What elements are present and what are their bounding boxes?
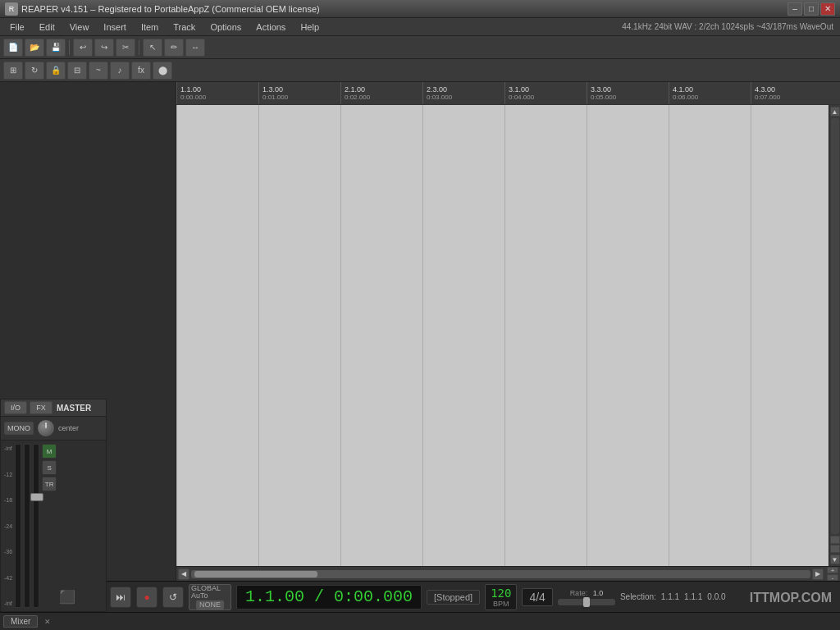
stretch-tool-btn[interactable]: ↔	[185, 39, 205, 57]
grid-line	[258, 105, 259, 566]
meter-labels: -inf -12 -18 -24 -36 -42 -inf	[4, 444, 12, 608]
hscroll-right-btn[interactable]: ▶	[812, 568, 824, 580]
title-bar: R REAPER v4.151 – Registered to Portable…	[0, 0, 840, 18]
scroll-zoom-in[interactable]: +	[827, 567, 838, 573]
vscroll-extra	[830, 536, 840, 553]
meter-label-inf-top: -inf	[4, 445, 12, 451]
close-button[interactable]: ✕	[820, 2, 835, 16]
master-title: MASTER	[57, 404, 91, 413]
lock-btn[interactable]: 🔒	[46, 62, 66, 80]
eq-icon[interactable]: ⬛	[59, 589, 75, 605]
selection-section: Selection: 1.1.1 1.1.1 0.0.0	[620, 592, 726, 601]
vscroll-down-btn[interactable]: ▼	[830, 555, 840, 564]
menu-item-options[interactable]: Options	[203, 21, 248, 34]
master-header: I/O FX MASTER	[1, 399, 106, 417]
menu-item-help[interactable]: Help	[294, 21, 326, 34]
meter-label-12: -12	[4, 472, 12, 477]
redo-btn[interactable]: ↪	[94, 39, 114, 57]
pencil-tool-btn[interactable]: ✏	[164, 39, 184, 57]
timeline-mark: 2.1.000:02.000	[340, 82, 422, 104]
fx-button[interactable]: FX	[30, 401, 52, 414]
meter-left-bar	[15, 444, 21, 608]
record-button[interactable]: ●	[136, 587, 158, 608]
rate-slider-thumb[interactable]	[583, 597, 590, 607]
loop-btn[interactable]: ↻	[25, 62, 44, 80]
record-arm-btn[interactable]: ⬤	[153, 62, 172, 80]
hscroll-left-btn[interactable]: ◀	[178, 568, 189, 580]
io-button[interactable]: I/O	[4, 401, 27, 414]
new-project-btn[interactable]: 📄	[3, 39, 23, 57]
hscroll-bar: ◀ ▶ + -	[176, 566, 840, 581]
mono-button[interactable]: MONO	[4, 422, 34, 435]
title-bar-left: R REAPER v4.151 – Registered to Portable…	[5, 2, 320, 16]
snap-btn[interactable]: ⊞	[3, 62, 23, 80]
note-btn[interactable]: ♪	[110, 62, 130, 80]
timeline-mark: 4.1.000:06.000	[669, 82, 751, 104]
menu-item-insert[interactable]: Insert	[97, 21, 133, 34]
menu-item-view[interactable]: View	[63, 21, 96, 34]
menu-item-item[interactable]: Item	[135, 21, 165, 34]
pan-knob[interactable]	[37, 419, 55, 437]
skip-end-button[interactable]: ⏭	[110, 587, 131, 608]
rate-label: Rate: 1.0	[570, 589, 604, 597]
vscroll-extra1[interactable]	[830, 536, 840, 544]
open-project-btn[interactable]: 📂	[25, 39, 44, 57]
menu-bar: FileEditViewInsertItemTrackOptionsAction…	[0, 18, 840, 36]
rate-slider[interactable]	[558, 599, 615, 605]
track-content[interactable]	[176, 105, 829, 566]
sep2	[139, 40, 139, 55]
menu-items: FileEditViewInsertItemTrackOptionsAction…	[3, 21, 326, 34]
vscrollbar: ▲ ▼	[829, 105, 840, 566]
sep1	[69, 40, 70, 55]
rate-label-text: Rate:	[570, 589, 588, 597]
timeline-mark: 4.3.000:07.000	[751, 82, 833, 104]
menu-item-file[interactable]: File	[3, 21, 31, 34]
save-project-btn[interactable]: 💾	[46, 39, 66, 57]
meter-label-36: -36	[4, 549, 12, 555]
status-right: 44.1kHz 24bit WAV : 2/2ch 1024spls ~43/1…	[622, 22, 837, 31]
menu-item-track[interactable]: Track	[167, 21, 202, 34]
m-channel-btn[interactable]: M	[42, 444, 57, 459]
loop-toggle-button[interactable]: ↺	[162, 587, 184, 608]
master-fader[interactable]	[33, 444, 39, 608]
meter-label-24: -24	[4, 523, 12, 529]
menu-item-edit[interactable]: Edit	[33, 21, 62, 34]
app-icon: R	[5, 2, 18, 16]
selection-label: Selection:	[620, 592, 656, 601]
vscroll-track[interactable]	[831, 118, 839, 534]
cursor-tool-btn[interactable]: ↖	[143, 39, 162, 57]
timesig-display[interactable]: 4/4	[522, 588, 552, 606]
content-wrapper: 1.1.000:00.0001.3.000:01.0002.1.000:02.0…	[0, 82, 840, 581]
minimize-button[interactable]: –	[788, 2, 802, 16]
meter-left-channel	[15, 444, 21, 608]
vscroll-up-btn[interactable]: ▲	[830, 107, 840, 116]
grid-line	[422, 105, 423, 566]
tr-channel-btn[interactable]: TR	[42, 477, 57, 491]
bpm-display[interactable]: 120 BPM	[485, 584, 517, 610]
env-btn[interactable]: ~	[89, 62, 108, 80]
center-panel: 1.1.000:00.0001.3.000:01.0002.1.000:02.0…	[176, 82, 840, 581]
hscroll-track[interactable]	[191, 570, 810, 578]
vscroll-extra2[interactable]	[830, 545, 840, 553]
cut-btn[interactable]: ✂	[116, 39, 135, 57]
s-channel-btn[interactable]: S	[42, 460, 57, 475]
undo-btn[interactable]: ↩	[73, 39, 93, 57]
scroll-side-btns: + -	[827, 567, 838, 581]
master-fader-thumb[interactable]	[30, 493, 43, 501]
eq-area: ⬛	[59, 444, 75, 608]
hscroll-thumb[interactable]	[194, 571, 317, 578]
global-auto-button[interactable]: GLOBAL AuTo NONE	[189, 584, 231, 610]
toolbar2: ⊞ ↻ 🔒 ⊟ ~ ♪ fx ⬤	[0, 59, 840, 82]
grid-btn[interactable]: ⊟	[67, 62, 87, 80]
selection-len: 0.0.0	[707, 592, 725, 601]
maximize-button[interactable]: □	[804, 2, 819, 16]
rate-section: Rate: 1.0	[558, 589, 615, 605]
stopped-badge: [Stopped]	[427, 590, 480, 605]
scroll-zoom-out[interactable]: -	[827, 574, 838, 581]
fx-btn[interactable]: fx	[131, 62, 151, 80]
menu-item-actions[interactable]: Actions	[249, 21, 292, 34]
toolbar1: 📄 📂 💾 ↩ ↪ ✂ ↖ ✏ ↔	[0, 36, 840, 59]
mixer-tab[interactable]: Mixer	[3, 615, 38, 628]
meter-right-bar	[24, 444, 30, 608]
mixer-close-btn[interactable]: ✕	[44, 618, 51, 626]
